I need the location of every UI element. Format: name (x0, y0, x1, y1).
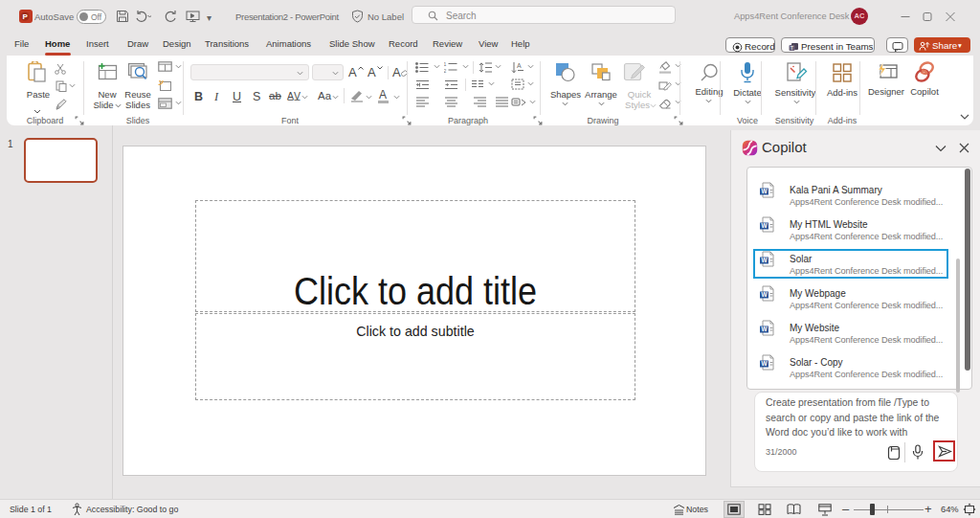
svg-text:A: A (517, 62, 522, 69)
svg-text:W: W (762, 360, 768, 367)
svg-text:W: W (762, 188, 768, 194)
svg-text:2: 2 (444, 68, 447, 73)
svg-text:P: P (23, 12, 29, 21)
svg-text:W: W (762, 291, 768, 298)
svg-text:W: W (762, 326, 768, 332)
svg-text:W: W (762, 222, 768, 229)
svg-text:1: 1 (444, 62, 447, 67)
